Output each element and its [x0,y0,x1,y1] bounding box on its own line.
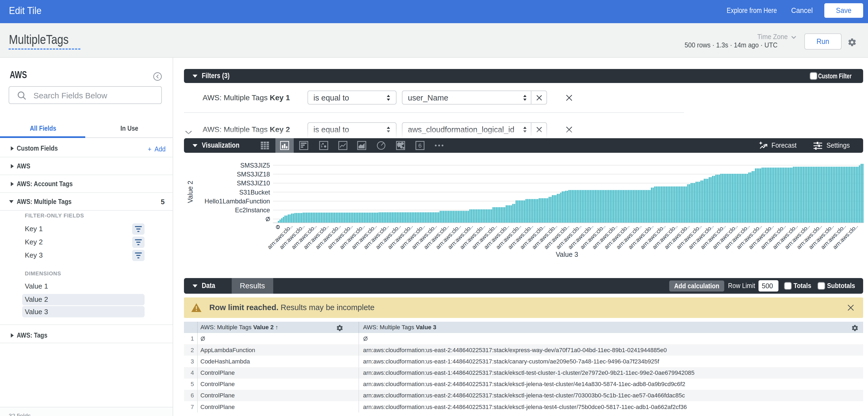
svg-text:SMS3JIZ18: SMS3JIZ18 [237,171,270,178]
svg-text:Value 2: Value 2 [186,181,194,203]
svg-text:Value 3: Value 3 [556,250,578,258]
svg-text:Hello1LambdaFunction: Hello1LambdaFunction [205,198,270,205]
svg-text:SMS3JIZ5: SMS3JIZ5 [240,162,270,169]
svg-text:Ec2Instance: Ec2Instance [235,207,270,214]
svg-text:SMS3JIZ10: SMS3JIZ10 [237,180,270,187]
svg-text:S31Bucket: S31Bucket [239,189,270,196]
svg-text:6: 6 [418,142,422,149]
